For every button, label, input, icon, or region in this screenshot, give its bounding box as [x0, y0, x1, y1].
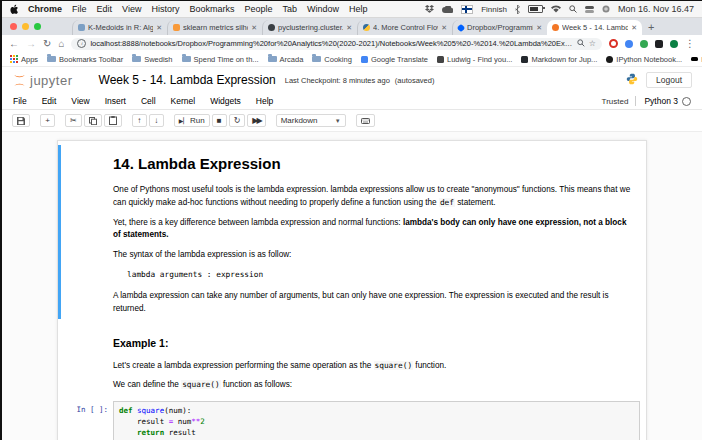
dropbox-status-icon[interactable]: [425, 5, 434, 13]
chrome-menu-icon[interactable]: ⋮: [685, 39, 695, 49]
profile-avatar[interactable]: [670, 40, 678, 48]
menu-help[interactable]: Help: [256, 96, 273, 106]
extension-icon-red[interactable]: [609, 39, 618, 48]
copy-cell-button[interactable]: [84, 114, 102, 127]
search-icon[interactable]: [577, 39, 585, 49]
bookmark-folder-swedish[interactable]: Swedish: [132, 55, 172, 64]
menubar-clock[interactable]: Mon 16. Nov 16.47: [618, 4, 694, 14]
bookmark-folder-arcada[interactable]: Arcada: [268, 55, 304, 64]
extension-icon-green[interactable]: [640, 40, 648, 48]
cut-cell-button[interactable]: ✂: [65, 114, 82, 127]
bookmark-star-icon[interactable]: ☆: [589, 39, 596, 48]
input-language-flag-icon[interactable]: [461, 5, 473, 14]
menu-widgets[interactable]: Widgets: [210, 96, 241, 106]
siri-icon[interactable]: [602, 5, 610, 13]
bookmark-ludwig[interactable]: Ludwig - Find you...: [437, 55, 512, 64]
tab-favicon: [78, 24, 85, 31]
folder-icon: [312, 56, 321, 62]
tab-close-icon[interactable]: ✕: [536, 24, 542, 32]
cell-type-select[interactable]: Markdown ▼: [276, 114, 346, 127]
menu-kernel[interactable]: Kernel: [171, 96, 196, 106]
menubar-item-people[interactable]: People: [244, 4, 272, 14]
bookmark-google-translate[interactable]: Google Translate: [361, 55, 428, 64]
markdown-cell-intro[interactable]: 14. Lambda Expression One of Pythons mos…: [58, 145, 646, 319]
menubar-app-name[interactable]: Chrome: [28, 4, 62, 14]
tab-close-icon[interactable]: ✕: [156, 24, 162, 32]
markdown-cell-example1[interactable]: Example 1: Let's create a lambda express…: [58, 327, 646, 396]
code-cell-def-square[interactable]: In [ ]: def square(num): result = num**2…: [58, 401, 646, 440]
input-prompt: In [ ]:: [61, 401, 113, 440]
home-button[interactable]: ⌂: [58, 39, 64, 49]
bookmark-ipython[interactable]: IPython Notebook...: [606, 55, 682, 64]
restart-kernel-button[interactable]: ↻: [229, 114, 246, 127]
menubar-item-view[interactable]: View: [122, 4, 141, 14]
tab-kmedoids[interactable]: K-Medoids in R: Algorith ✕: [72, 20, 167, 35]
code-editor[interactable]: def square(num): result = num**2 return …: [113, 401, 640, 440]
tab-sklearn-metrics[interactable]: sklearn metrics silhoue ✕: [167, 20, 262, 35]
tab-close-icon[interactable]: ✕: [346, 24, 352, 32]
bookmark-apps[interactable]: Apps: [10, 55, 38, 64]
url-omnibox[interactable]: i localhost:8888/notebooks/Dropbox/Progr…: [71, 38, 602, 50]
window-zoom-button[interactable]: [34, 23, 41, 30]
tab-close-icon[interactable]: ✕: [251, 24, 257, 32]
browser-tab-bar: K-Medoids in R: Algorith ✕ sklearn metri…: [2, 18, 702, 35]
menu-cell[interactable]: Cell: [141, 96, 156, 106]
wifi-icon[interactable]: [551, 5, 561, 13]
control-center-icon[interactable]: [585, 6, 594, 13]
kernel-name: Python 3: [644, 96, 678, 106]
notebook-title[interactable]: Week 5 - 14. Lambda Expression: [99, 73, 276, 87]
menubar-item-file[interactable]: File: [72, 4, 87, 14]
logout-button[interactable]: Logout: [646, 72, 692, 88]
menubar-item-tab[interactable]: Tab: [282, 4, 297, 14]
menubar-item-history[interactable]: History: [151, 4, 179, 14]
window-minimize-button[interactable]: [22, 23, 29, 30]
bookmark-markdown[interactable]: Markdown for Jup...: [521, 55, 597, 64]
new-tab-button[interactable]: +: [648, 21, 654, 33]
menu-view[interactable]: View: [71, 96, 89, 106]
menu-edit[interactable]: Edit: [42, 96, 57, 106]
menubar-item-edit[interactable]: Edit: [97, 4, 113, 14]
bluetooth-icon[interactable]: [515, 5, 520, 14]
menubar-item-help[interactable]: Help: [349, 4, 368, 14]
tab-python-docs[interactable]: 4. More Control Flow To ✕: [357, 20, 452, 35]
move-cell-up-button[interactable]: ↑: [132, 114, 147, 127]
stop-button[interactable]: ■: [212, 114, 227, 127]
site-info-icon[interactable]: i: [77, 39, 86, 48]
run-button[interactable]: ▶▏Run: [174, 114, 210, 127]
reload-button[interactable]: ↻: [43, 39, 51, 49]
cloud-status-icon[interactable]: [442, 6, 453, 13]
apple-icon[interactable]: [10, 4, 18, 14]
paste-cell-button[interactable]: [104, 114, 122, 127]
tab-close-icon[interactable]: ✕: [631, 24, 637, 32]
spotlight-search-icon[interactable]: [569, 5, 577, 13]
extension-icon-dark[interactable]: [655, 40, 663, 48]
jupyter-logo[interactable]: jupyter: [12, 73, 73, 88]
command-palette-button[interactable]: [356, 114, 375, 127]
bookmark-folder-spend-time[interactable]: Spend Time on th...: [182, 55, 259, 64]
extension-icon-blue[interactable]: [625, 40, 633, 48]
apps-grid-icon: [10, 55, 18, 63]
save-button[interactable]: [12, 114, 30, 127]
bookmark-folder-toolbar[interactable]: Bookmarks Toolbar: [47, 55, 123, 64]
menu-insert[interactable]: Insert: [105, 96, 126, 106]
jupyter-menu-bar: File Edit View Insert Cell Kernel Widget…: [2, 93, 702, 110]
input-language-label[interactable]: Finnish: [481, 5, 507, 14]
bookmark-folder-cooking[interactable]: Cooking: [312, 55, 352, 64]
tab-active-lambda-notebook[interactable]: Week 5 - 14. Lambda Ex ✕: [547, 20, 642, 35]
inline-code-def: def: [439, 198, 455, 207]
menubar-item-window[interactable]: Window: [307, 4, 339, 14]
add-cell-button[interactable]: +: [40, 114, 55, 127]
battery-icon[interactable]: [528, 5, 543, 13]
window-close-button[interactable]: [10, 23, 17, 30]
back-button[interactable]: ←: [9, 39, 19, 49]
menu-file[interactable]: File: [13, 96, 27, 106]
tab-dropbox[interactable]: Dropbox/Programming fo ✕: [452, 20, 547, 35]
bookmark-bbc[interactable]: BBC: [691, 55, 702, 64]
move-cell-down-button[interactable]: ↓: [149, 114, 164, 127]
forward-button[interactable]: →: [26, 39, 36, 49]
restart-run-all-button[interactable]: ▶▶: [247, 114, 265, 127]
menubar-item-bookmarks[interactable]: Bookmarks: [189, 4, 234, 14]
notebook-scroll-area[interactable]: 14. Lambda Expression One of Pythons mos…: [2, 132, 702, 440]
tab-close-icon[interactable]: ✕: [441, 24, 447, 32]
tab-pyclustering[interactable]: pyclustering.cluster.km ✕: [262, 20, 357, 35]
